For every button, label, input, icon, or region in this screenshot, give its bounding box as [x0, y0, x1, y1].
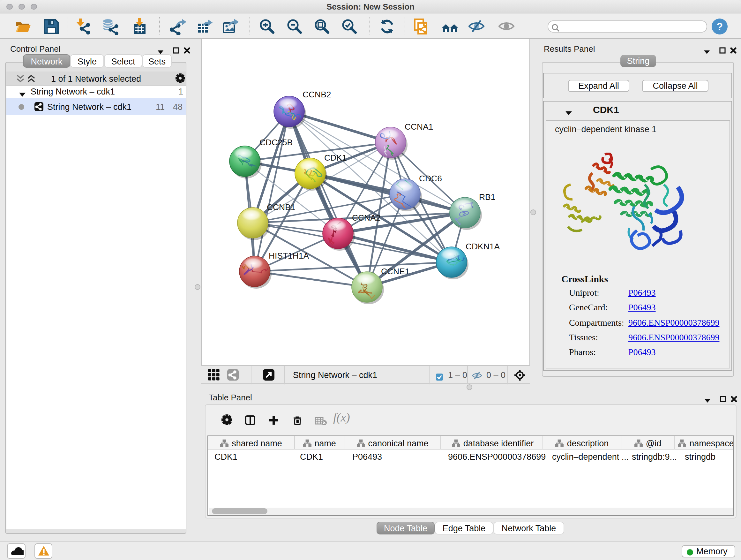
svg-text:RB1: RB1: [479, 192, 495, 202]
svg-text:CCNB2: CCNB2: [302, 90, 331, 99]
svg-text:CCNA2: CCNA2: [352, 213, 381, 223]
svg-text:?: ?: [717, 21, 723, 33]
svg-text:CCNB1: CCNB1: [267, 202, 295, 212]
svg-text:CDC6: CDC6: [419, 174, 442, 183]
svg-text:HIST1H1A: HIST1H1A: [269, 251, 309, 260]
svg-text:CDKN1A: CDKN1A: [466, 242, 500, 251]
svg-text:CCNA1: CCNA1: [405, 122, 433, 132]
svg-text:CDK1: CDK1: [324, 153, 347, 163]
svg-text:CCNE1: CCNE1: [381, 266, 409, 276]
svg-text:CDC25B: CDC25B: [259, 138, 293, 147]
